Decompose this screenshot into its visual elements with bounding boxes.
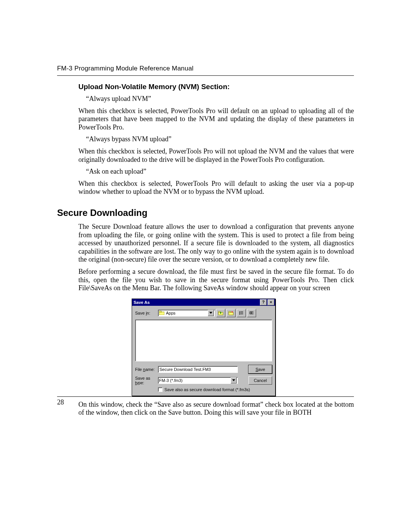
section-heading: Upload Non-Volatile Memory (NVM) Section…	[78, 83, 354, 91]
secure-p3: On this window, check the “Save also as …	[78, 401, 354, 417]
dialog-titlebar[interactable]: Save As ? ×	[132, 299, 275, 306]
svg-rect-9	[239, 313, 240, 313]
save-button[interactable]: Save	[249, 365, 272, 374]
option-3-label: “Ask on each upload”	[86, 168, 354, 176]
secure-format-checkbox-label: Save also as secure download format (*.f…	[164, 387, 250, 392]
up-folder-icon	[218, 311, 223, 315]
secure-p1: The Secure Download feature allows the u…	[78, 223, 354, 264]
file-name-row: File name: Secure Download Test.FM3 Save	[135, 365, 272, 374]
new-folder-icon	[228, 311, 234, 315]
svg-rect-12	[241, 313, 243, 313]
svg-rect-13	[241, 314, 243, 314]
running-header: FM-3 Programming Module Reference Manual	[57, 65, 354, 72]
details-view-button[interactable]	[247, 309, 256, 317]
file-name-input[interactable]: Secure Download Test.FM3	[158, 366, 238, 373]
option-2-desc: When this checkbox is selected, PowerToo…	[78, 147, 354, 164]
saveas-screenshot: Save As ? × Save in: Apps	[132, 299, 354, 396]
option-2-label: “Always bypass NVM upload”	[86, 135, 354, 144]
svg-rect-8	[239, 312, 240, 312]
new-folder-button[interactable]	[226, 309, 236, 317]
svg-rect-17	[250, 312, 250, 314]
chevron-down-icon[interactable]	[208, 310, 214, 316]
svg-rect-10	[239, 314, 240, 315]
save-as-type-combo[interactable]: FM-3 (*.fm3)	[158, 377, 238, 384]
secure-downloading-heading: Secure Downloading	[57, 208, 354, 218]
save-as-type-label: Save as type:	[135, 376, 158, 385]
svg-rect-18	[251, 312, 252, 314]
body-block-2: The Secure Download feature allows the u…	[78, 223, 354, 417]
page: FM-3 Programming Module Reference Manual…	[0, 0, 411, 532]
save-as-type-value: FM-3 (*.fm3)	[159, 378, 183, 383]
secure-p2: Before performing a secure download, the…	[78, 268, 354, 292]
list-icon	[239, 311, 244, 315]
option-3-desc: When this checkbox is selected, PowerToo…	[78, 180, 354, 196]
option-1-label: “Always upload NVM”	[86, 95, 354, 103]
dialog-body: Save in: Apps	[132, 306, 275, 396]
save-in-combo[interactable]: Apps	[158, 310, 215, 316]
up-one-level-button[interactable]	[216, 309, 225, 317]
saveas-dialog: Save As ? × Save in: Apps	[132, 299, 276, 396]
svg-rect-1	[159, 311, 161, 312]
footer-rule	[57, 396, 354, 397]
dialog-title: Save As	[134, 300, 259, 305]
close-button[interactable]: ×	[268, 299, 274, 305]
list-view-button[interactable]	[237, 309, 246, 317]
body-block: “Always upload NVM” When this checkbox i…	[78, 95, 354, 196]
secure-format-checkbox-row[interactable]: Save also as secure download format (*.f…	[158, 387, 272, 392]
file-name-label: File name:	[135, 367, 158, 372]
save-in-label: Save in:	[135, 311, 158, 315]
chevron-down-icon[interactable]	[231, 377, 237, 383]
page-number: 28	[57, 398, 64, 406]
svg-rect-11	[241, 312, 243, 312]
details-icon	[249, 311, 254, 315]
save-in-row: Save in: Apps	[135, 309, 272, 317]
help-button[interactable]: ?	[260, 299, 267, 305]
svg-rect-3	[218, 312, 220, 313]
svg-rect-5	[229, 312, 231, 313]
secure-format-checkbox[interactable]	[158, 387, 162, 392]
file-list[interactable]	[135, 320, 272, 361]
header-rule	[57, 75, 354, 76]
cancel-button[interactable]: Cancel	[249, 376, 272, 385]
option-1-desc: When this checkbox is selected, PowerToo…	[78, 107, 354, 132]
save-in-value: Apps	[166, 311, 175, 315]
save-as-type-row: Save as type: FM-3 (*.fm3) Cancel	[135, 376, 272, 385]
folder-icon	[159, 311, 164, 315]
